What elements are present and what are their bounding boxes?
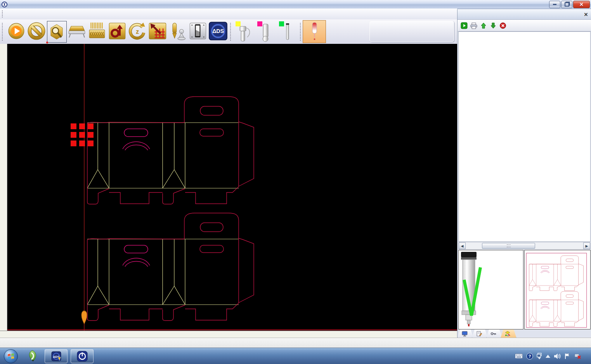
task-tree: [458, 31, 591, 242]
tool-rod-icon: [276, 37, 298, 44]
plotter-bed-button[interactable]: [67, 21, 87, 43]
no-task-message: [369, 21, 454, 42]
menu-help[interactable]: [36, 13, 47, 15]
magenta-chip-icon: [257, 21, 262, 26]
scroll-left-icon[interactable]: ◀: [459, 243, 466, 249]
toolbar-grip: [2, 23, 4, 41]
switch-button[interactable]: [188, 21, 208, 43]
play-icon: [7, 22, 25, 42]
menu-file[interactable]: [6, 13, 16, 15]
pen-digitizer-button[interactable]: [168, 21, 188, 43]
stop-button[interactable]: [26, 21, 47, 43]
preview-dieline-top: [529, 256, 584, 291]
note-edit-icon: [476, 331, 482, 336]
scroll-right-icon[interactable]: ▶: [583, 243, 590, 249]
switch-icon: [188, 21, 208, 42]
vertical-ruler: [0, 44, 7, 331]
status-bar: [0, 338, 591, 348]
cutterserver-taskbar-button[interactable]: [71, 349, 94, 363]
comb-icon: [87, 22, 107, 42]
red-pen-icon: [303, 20, 325, 43]
dieline-top: [87, 97, 254, 204]
svg-text:z: z: [136, 28, 139, 35]
toolbar-separator: [230, 23, 231, 41]
windows-tray-icon[interactable]: [537, 353, 542, 359]
task-view-icon: [505, 331, 511, 336]
main-toolbar: z ΔDS: [0, 19, 457, 44]
horizontal-ruler: [0, 331, 457, 338]
toolbar-separator: [300, 23, 301, 41]
prohibit-icon: [28, 22, 45, 42]
minimize-button[interactable]: [549, 1, 560, 8]
tab-system-para[interactable]: [472, 329, 488, 338]
play-button[interactable]: [6, 21, 26, 43]
green-chip-icon: [279, 21, 284, 26]
tab-log-view[interactable]: [486, 329, 502, 338]
menu-bar: [0, 9, 457, 20]
reset-z-icon: z: [128, 22, 147, 42]
ads-taskbar-button[interactable]: ΔDS: [45, 349, 68, 363]
start-button[interactable]: [3, 349, 18, 364]
app-icon: [2, 2, 7, 7]
keyboard-tray-icon[interactable]: [515, 354, 523, 359]
toolbar-grip: [2, 10, 4, 17]
ads-button[interactable]: ΔDS: [208, 21, 228, 43]
windows-taskbar: ΔDS ?: [0, 348, 591, 364]
monitor-icon: [462, 331, 468, 336]
plot-canvas-area: [0, 44, 457, 338]
active-pen-tool-button[interactable]: [303, 20, 326, 43]
run-task-button[interactable]: [460, 22, 468, 29]
task-panel-toolbar: [458, 20, 591, 31]
zoom-icon: [47, 21, 67, 43]
panel-close-icon[interactable]: ✕: [583, 11, 589, 17]
dieline-bottom: [87, 213, 254, 321]
tool-head-icon: [233, 37, 255, 44]
tool-preview: [458, 250, 523, 329]
preview-dieline-bottom: [529, 291, 584, 326]
cutterserver-window: ✕ z: [0, 0, 591, 364]
task-view-panel: ✕ ◀ ▶: [457, 9, 591, 338]
network-disconnected-icon[interactable]: [574, 353, 581, 359]
tab-task-view[interactable]: [501, 329, 516, 338]
tab-gas-set[interactable]: [458, 329, 473, 338]
move-origin-icon: [108, 22, 127, 42]
menu-view[interactable]: [16, 13, 26, 15]
plotter-bed-icon: [67, 22, 87, 42]
title-bar: ✕: [0, 0, 591, 9]
registration-grid-mark: [71, 123, 94, 146]
move-origin-button[interactable]: [107, 21, 127, 43]
plot-canvas[interactable]: [7, 44, 457, 331]
tool-cylinder-icon: [255, 37, 276, 44]
grid-cut-button[interactable]: [147, 21, 168, 43]
volume-icon[interactable]: [554, 353, 561, 359]
restore-button[interactable]: [561, 1, 572, 8]
job-preview: [524, 250, 591, 329]
key-icon: [490, 331, 496, 336]
tool-magenta-button[interactable]: [255, 21, 276, 43]
tree-hscrollbar[interactable]: ◀ ▶: [458, 242, 591, 250]
comb-button[interactable]: [87, 21, 107, 43]
yellow-chip-icon: [236, 21, 241, 26]
help-tray-icon[interactable]: ?: [526, 353, 533, 360]
scroll-thumb[interactable]: [482, 243, 535, 249]
menu-configuration[interactable]: [26, 13, 36, 15]
coreldraw-taskbar-icon[interactable]: [24, 349, 41, 364]
show-hidden-icons[interactable]: [546, 355, 550, 358]
grid-cut-icon: [148, 22, 167, 42]
action-center-flag-icon[interactable]: [565, 353, 570, 359]
delete-task-button[interactable]: [499, 22, 507, 29]
tool-green-button[interactable]: [276, 21, 298, 43]
ads-logo-icon: ΔDS: [208, 21, 228, 43]
svg-text:?: ?: [529, 354, 531, 359]
svg-text:ΔDS: ΔDS: [212, 28, 224, 34]
tool-yellow-button[interactable]: [233, 21, 255, 43]
print-task-button[interactable]: [470, 22, 478, 29]
move-up-button[interactable]: [480, 22, 487, 29]
pen-digitizer-icon: [168, 21, 187, 42]
v-ruler-svg: [0, 44, 7, 331]
origin-marker-icon: [81, 311, 87, 324]
reset-z-button[interactable]: z: [127, 21, 147, 43]
zoom-button[interactable]: [47, 21, 67, 43]
move-down-button[interactable]: [489, 22, 497, 29]
close-button[interactable]: ✕: [573, 1, 590, 8]
